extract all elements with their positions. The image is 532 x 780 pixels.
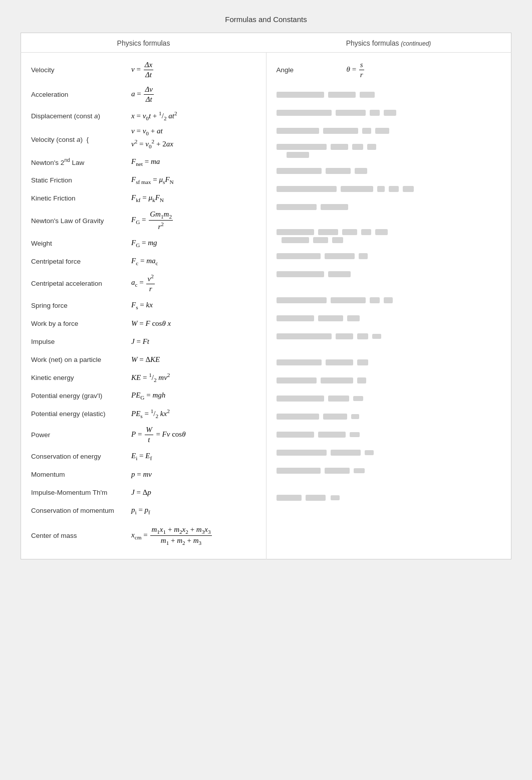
formula-conservation-energy: Conservation of energy Ei = Ef: [31, 447, 256, 465]
formula-label-acceleration: Acceleration: [31, 91, 131, 98]
formula-label-centripetal-force: Centripetal force: [31, 258, 131, 265]
formula-label-pe-grav: Potential energy (grav'l): [31, 392, 131, 400]
formula-velocity-const: Velocity (const a) { v = v0 + at v2 = v0…: [31, 125, 256, 153]
formula-expr-centripetal-accel: ac = v2 r: [131, 273, 256, 293]
formula-expr-pe-elastic: PEs = 1/2 kx2: [131, 408, 256, 419]
redacted-row-4: [277, 141, 501, 160]
redacted-row-2: [277, 105, 501, 120]
formula-angle: Angle θ = s r: [277, 58, 501, 82]
right-formulas-column: Angle θ = s r: [266, 53, 511, 559]
formula-expr-work-net: W = ΔKE: [131, 355, 256, 364]
formula-label-impulse-momentum: Impulse-Momentum Th'm: [31, 489, 131, 496]
redacted-row-8: [277, 227, 501, 246]
redacted-row-14: [277, 355, 501, 370]
redacted-row-21: [277, 490, 501, 505]
redacted-row-16: [277, 391, 501, 406]
formula-kinetic-friction: Kinetic Friction Fkf = μkFN: [31, 189, 256, 207]
formula-label-static-friction: Static Friction: [31, 176, 131, 184]
right-column-header: Physics formulas (continued): [266, 33, 511, 53]
formula-expr-impulse: J = Ft: [131, 337, 256, 346]
redacted-row-3: [277, 123, 501, 138]
formula-expr-impulse-momentum: J = Δp: [131, 488, 256, 497]
formula-center-mass: Center of mass xcm = m1x1 + m2x2 + m3x3 …: [31, 522, 256, 549]
redacted-row-10: [277, 267, 501, 282]
formula-label-kinetic-energy: Kinetic energy: [31, 374, 131, 381]
formula-expr-conservation-momentum: pi = pf: [131, 506, 256, 515]
formula-label-weight: Weight: [31, 240, 131, 247]
redacted-row-19: [277, 445, 501, 460]
formula-expr-static-friction: Fsf max = μsFN: [131, 175, 256, 185]
formula-gravity: Newton's Law of Gravity FG = Gm1m2 r2: [31, 207, 256, 234]
formula-expr-velocity-const: v = v0 + at v2 = v02 + 2ax: [131, 127, 256, 149]
formula-expr-power: P = W t = Fv cosθ: [131, 426, 256, 444]
redacted-row-12: [277, 311, 501, 326]
page-title: Formulas and Constants: [225, 15, 307, 24]
formula-label-velocity: Velocity: [31, 66, 131, 74]
formula-label-conservation-momentum: Conservation of momentum: [31, 507, 131, 514]
formula-label-gravity: Newton's Law of Gravity: [31, 217, 131, 225]
formula-label-spring-force: Spring force: [31, 302, 131, 309]
formula-velocity: Velocity v = Δx Δt: [31, 58, 256, 82]
formula-expr-weight: FG = mg: [131, 239, 256, 248]
redacted-row-5: [277, 163, 501, 178]
formula-power: Power P = W t = Fv cosθ: [31, 423, 256, 447]
formula-expr-centripetal-force: Fc = mac: [131, 257, 256, 266]
formula-work-force: Work by a force W = F cosθ x: [31, 314, 256, 332]
formula-expr-displacement: x = v0t + 1/2 at2: [131, 110, 256, 121]
formula-label-work-force: Work by a force: [31, 320, 131, 327]
formula-momentum: Momentum p = mv: [31, 465, 256, 483]
formula-expr-newtons-2nd: Fnet = ma: [131, 157, 256, 167]
formula-expr-momentum: p = mv: [131, 470, 256, 479]
formula-acceleration: Acceleration a = Δv Δt: [31, 82, 256, 107]
formula-label-impulse: Impulse: [31, 338, 131, 345]
redacted-row-13: [277, 329, 501, 344]
redacted-row-11: [277, 293, 501, 308]
formula-expr-spring-force: Fs = kx: [131, 301, 256, 310]
formula-centripetal-accel: Centripetal acceleration ac = v2 r: [31, 270, 256, 296]
formula-label-kinetic-friction: Kinetic Friction: [31, 194, 131, 202]
formula-label-center-mass: Center of mass: [31, 532, 131, 539]
redacted-row-7: [277, 200, 501, 215]
redacted-row-1: [277, 87, 501, 102]
formula-label-newtons-2nd: Newton's 2nd Law: [31, 157, 131, 166]
redacted-row-6: [277, 181, 501, 197]
formula-pe-elastic: Potential energy (elastic) PEs = 1/2 kx2: [31, 405, 256, 423]
formula-expr-center-mass: xcm = m1x1 + m2x2 + m3x3 m1 + m2 + m3: [131, 525, 256, 546]
formula-kinetic-energy: Kinetic energy KE = 1/2 mv2: [31, 368, 256, 386]
formula-spring-force: Spring force Fs = kx: [31, 296, 256, 314]
redacted-row-20: [277, 463, 501, 478]
formula-pe-grav: Potential energy (grav'l) PEG = mgh: [31, 386, 256, 405]
formula-label-power: Power: [31, 431, 131, 439]
formula-expr-conservation-energy: Ei = Ef: [131, 452, 256, 461]
formula-conservation-momentum: Conservation of momentum pi = pf: [31, 501, 256, 519]
formula-displacement: Displacement (const a) x = v0t + 1/2 at2: [31, 107, 256, 125]
formula-label-conservation-energy: Conservation of energy: [31, 453, 131, 460]
formula-expr-work-force: W = F cosθ x: [131, 319, 256, 328]
redacted-row-9: [277, 249, 501, 264]
left-column-header: Physics formulas: [21, 33, 267, 53]
formula-label-work-net: Work (net) on a particle: [31, 356, 131, 363]
formula-expr-acceleration: a = Δv Δt: [131, 85, 256, 104]
formula-centripetal-force: Centripetal force Fc = mac: [31, 252, 256, 270]
formula-expr-pe-grav: PEG = mgh: [131, 391, 256, 401]
formula-impulse-momentum: Impulse-Momentum Th'm J = Δp: [31, 483, 256, 501]
formula-expr-gravity: FG = Gm1m2 r2: [131, 210, 256, 231]
formula-static-friction: Static Friction Fsf max = μsFN: [31, 171, 256, 189]
formula-expr-velocity: v = Δx Δt: [131, 61, 256, 79]
formula-label-pe-elastic: Potential energy (elastic): [31, 410, 131, 418]
left-formulas-column: Velocity v = Δx Δt Acceleration a =: [21, 53, 267, 559]
formula-label-displacement: Displacement (const a): [31, 112, 131, 120]
formula-label-centripetal-accel: Centripetal acceleration: [31, 280, 131, 287]
formula-expr-angle: θ = s r: [347, 61, 501, 79]
redacted-row-18: [277, 427, 501, 442]
formula-impulse: Impulse J = Ft: [31, 332, 256, 350]
redacted-row-15: [277, 373, 501, 388]
formula-label-angle: Angle: [277, 66, 347, 74]
formula-newtons-2nd: Newton's 2nd Law Fnet = ma: [31, 153, 256, 171]
formula-expr-kinetic-energy: KE = 1/2 mv2: [131, 372, 256, 383]
formula-expr-kinetic-friction: Fkf = μkFN: [131, 193, 256, 203]
formula-weight: Weight FG = mg: [31, 234, 256, 252]
formula-label-velocity-const: Velocity (const a) {: [31, 127, 131, 152]
formula-label-momentum: Momentum: [31, 471, 131, 478]
formula-work-net: Work (net) on a particle W = ΔKE: [31, 350, 256, 368]
